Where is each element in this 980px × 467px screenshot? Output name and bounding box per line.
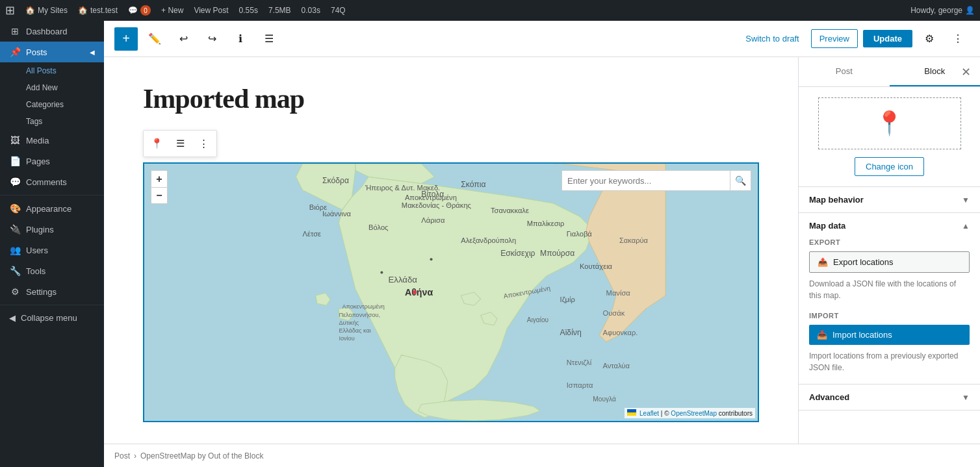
export-icon: 📤	[818, 257, 828, 267]
wordpress-icon[interactable]: ⊞	[5, 3, 15, 18]
svg-text:Ιωάννινα: Ιωάννινα	[322, 210, 351, 218]
preview-button[interactable]: Preview	[811, 29, 858, 48]
my-sites-menu[interactable]: 🏠 My Sites	[25, 6, 68, 15]
editor-area: Imported map 📍 ☰ ⋮	[104, 57, 980, 444]
advanced-chevron: ▼	[962, 393, 970, 402]
svg-text:Βίτολα: Βίτολα	[421, 190, 444, 199]
home-icon: 🏠	[25, 6, 35, 15]
map-search-input[interactable]	[561, 170, 730, 191]
svg-text:Ιζμίρ: Ιζμίρ	[560, 296, 575, 303]
flag-icon	[627, 409, 636, 416]
sidebar-sub-all-posts[interactable]: All Posts	[0, 62, 104, 79]
sidebar-sub-categories[interactable]: Categories	[0, 96, 104, 113]
block-type-button[interactable]: 📍	[146, 133, 167, 154]
export-description: Download a JSON file with the locations …	[809, 278, 970, 301]
breadcrumb-post-link[interactable]: Post	[114, 451, 130, 461]
sidebar-media-label: Media	[26, 136, 49, 145]
leaflet-link[interactable]: Leaflet	[639, 410, 659, 417]
howdy-menu[interactable]: Howdy, george 👤	[910, 6, 975, 15]
breadcrumb-block-name: OpenStreetMap by Out of the Block	[140, 451, 263, 461]
breadcrumb-bar: Post › OpenStreetMap by Out of the Block	[104, 444, 980, 467]
sidebar-item-posts[interactable]: 📌 Posts ◀	[0, 42, 104, 62]
appearance-icon: 🎨	[9, 203, 21, 214]
map-search: 🔍	[561, 170, 751, 191]
sidebar-item-dashboard[interactable]: ⊞ Dashboard	[0, 21, 104, 42]
user-avatar: 👤	[965, 6, 975, 15]
advanced-header[interactable]: Advanced ▼	[799, 385, 980, 410]
svg-text:Δυτικής: Δυτικής	[339, 320, 359, 326]
users-icon: 👥	[9, 245, 21, 255]
post-content[interactable]: Imported map 📍 ☰ ⋮	[104, 57, 798, 444]
site-icon: 🏠	[78, 6, 88, 15]
redo-button[interactable]: ↪	[200, 27, 224, 51]
admin-bar: ⊞ 🏠 My Sites 🏠 test.test 💬 0 + New View …	[0, 0, 980, 21]
sidebar-sub-add-new[interactable]: Add New	[0, 79, 104, 96]
view-post-link[interactable]: View Post	[194, 6, 228, 15]
map-data-title: Map data	[809, 221, 845, 231]
block-more-options-button[interactable]: ⋮	[193, 133, 214, 154]
switch-to-draft-button[interactable]: Switch to draft	[739, 30, 805, 47]
comments-menu[interactable]: 💬 0	[128, 5, 151, 16]
sidebar-item-settings[interactable]: ⚙ Settings	[0, 281, 104, 302]
sidebar-item-pages[interactable]: 📄 Pages	[0, 151, 104, 171]
sidebar-item-media[interactable]: 🖼 Media	[0, 130, 104, 151]
svg-text:Λάρισα: Λάρισα	[421, 216, 445, 224]
posts-arrow: ◀	[90, 49, 95, 56]
collapse-menu-btn[interactable]: ◀ Collapse menu	[0, 308, 104, 328]
svg-point-38	[413, 290, 417, 294]
svg-text:Λέτσε: Λέτσε	[303, 230, 322, 238]
svg-text:Γιαλοβά: Γιαλοβά	[567, 230, 593, 238]
block-align-button[interactable]: ☰	[170, 133, 190, 154]
main-content: + ✏️ ↩ ↪ ℹ ☰ Switch to draft Preview Upd…	[104, 21, 980, 467]
list-view-button[interactable]: ☰	[257, 27, 281, 51]
svg-text:Σακαρύα: Σακαρύα	[619, 236, 649, 244]
sidebar-divider-2	[0, 305, 104, 305]
export-locations-button[interactable]: 📤 Export locations	[809, 251, 970, 273]
sidebar-divider-1	[0, 195, 104, 196]
osm-link[interactable]: OpenStreetMap	[671, 410, 717, 417]
add-block-button[interactable]: +	[114, 27, 138, 51]
editor-toolbar: + ✏️ ↩ ↪ ℹ ☰ Switch to draft Preview Upd…	[104, 21, 980, 57]
sidebar-sub-tags[interactable]: Tags	[0, 113, 104, 130]
right-panel: Post Block ✕ 📍 Change icon Map behavior …	[798, 57, 980, 444]
map-search-button[interactable]: 🔍	[730, 170, 751, 191]
sidebar-plugins-label: Plugins	[26, 225, 54, 234]
sidebar-item-comments[interactable]: 💬 Comments	[0, 171, 104, 192]
sidebar-item-tools[interactable]: 🔧 Tools	[0, 260, 104, 281]
svg-text:Πελοποννήσου,: Πελοποννήσου,	[339, 312, 380, 318]
map-data-chevron: ▲	[962, 221, 970, 231]
new-content-menu[interactable]: + New	[161, 6, 183, 15]
tab-post[interactable]: Post	[799, 57, 890, 86]
svg-text:Τσανακκαλε: Τσανακκαλε	[491, 207, 529, 214]
settings-toggle-button[interactable]: ⚙	[918, 27, 941, 51]
sidebar-item-appearance[interactable]: 🎨 Appearance	[0, 198, 104, 219]
sidebar-appearance-label: Appearance	[26, 204, 71, 214]
map-controls: + −	[151, 170, 168, 204]
sidebar-item-plugins[interactable]: 🔌 Plugins	[0, 219, 104, 240]
panel-close-button[interactable]: ✕	[957, 63, 975, 81]
map-data-header[interactable]: Map data ▲	[799, 213, 980, 238]
svg-text:Μουγλά: Μουγλά	[593, 396, 616, 403]
sidebar-tools-label: Tools	[26, 266, 45, 276]
more-tools-button[interactable]: ⋮	[946, 27, 970, 51]
zoom-in-button[interactable]: +	[151, 170, 168, 187]
main-layout: ⊞ Dashboard 📌 Posts ◀ All Posts Add New …	[0, 21, 980, 467]
site-name-menu[interactable]: 🏠 test.test	[78, 6, 118, 15]
info-button[interactable]: ℹ	[229, 27, 252, 51]
undo-button[interactable]: ↩	[172, 27, 195, 51]
zoom-out-button[interactable]: −	[151, 187, 168, 204]
map-container[interactable]: Ελλάδα Αποκεντρωμένη Αιγαίου Αποκεντρωμέ…	[143, 162, 759, 422]
svg-text:Ελλάδα: Ελλάδα	[389, 275, 418, 284]
edit-mode-button[interactable]: ✏️	[143, 27, 166, 51]
import-locations-button[interactable]: 📥 Import locations	[809, 325, 970, 345]
new-label: + New	[161, 6, 183, 15]
change-icon-button[interactable]: Change icon	[855, 157, 924, 176]
map-behavior-header[interactable]: Map behavior ▼	[799, 187, 980, 212]
sidebar-item-users[interactable]: 👥 Users	[0, 240, 104, 260]
tools-icon: 🔧	[9, 266, 21, 276]
svg-text:Ιονίου: Ιονίου	[339, 335, 354, 342]
svg-text:Κουτάχεια: Κουτάχεια	[580, 262, 613, 270]
update-button[interactable]: Update	[863, 30, 912, 47]
export-btn-label: Export locations	[833, 257, 894, 267]
post-title[interactable]: Imported map	[143, 83, 759, 114]
